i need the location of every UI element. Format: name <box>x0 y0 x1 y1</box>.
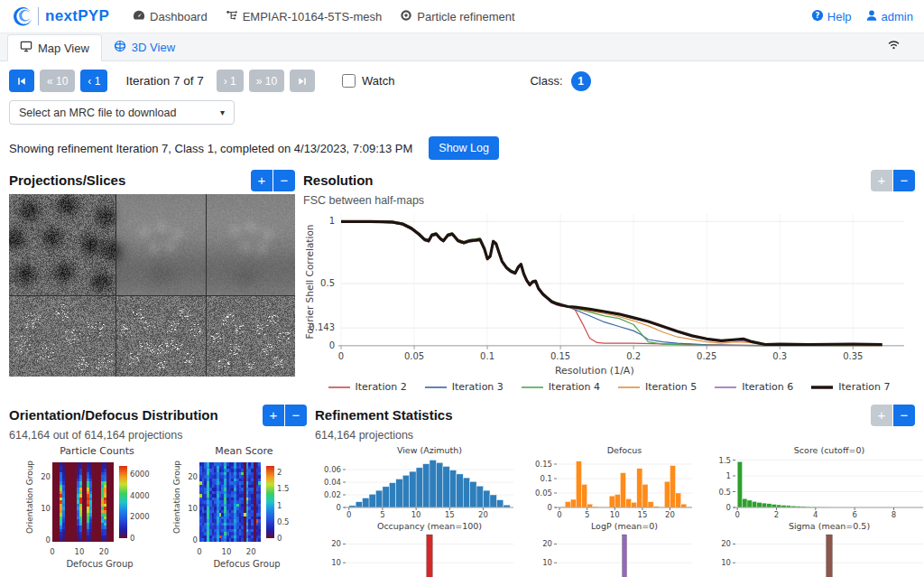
colorbar-tick: 6000 <box>130 470 150 479</box>
top-navbar: nextPYP Dashboard EMPIAR-10164-5TS-mesh … <box>0 0 924 33</box>
tab-3d-view[interactable]: 3D View <box>102 34 187 60</box>
x-tick: 10 <box>222 547 232 556</box>
resolution-shrink-button[interactable]: − <box>893 170 915 191</box>
statistics-enlarge-button[interactable]: + <box>871 405 892 426</box>
heatmap-ylabel: Orientation Group <box>25 470 34 534</box>
svg-text:0: 0 <box>337 503 341 512</box>
help-link[interactable]: ? Help <box>811 9 852 24</box>
svg-text:20: 20 <box>331 539 341 548</box>
user-label: admin <box>882 10 913 23</box>
nav-item-project[interactable]: EMPIAR-10164-5TS-mesh <box>226 9 383 24</box>
brand-name: nextPYP <box>45 7 109 25</box>
mean-score-heatmap: Mean ScoreOrientation Group0102000.511.5… <box>162 445 301 577</box>
svg-text:LogP (mean=0): LogP (mean=0) <box>591 521 658 531</box>
watch-toggle[interactable]: Watch <box>342 74 394 88</box>
svg-text:10: 10 <box>331 558 341 567</box>
svg-text:4: 4 <box>813 510 818 519</box>
distribution-enlarge-button[interactable]: + <box>263 405 284 426</box>
svg-text:0.15: 0.15 <box>550 351 570 361</box>
resolution-enlarge-button[interactable]: + <box>871 170 892 191</box>
show-log-button[interactable]: Show Log <box>429 136 499 160</box>
legend-swatch <box>522 385 543 390</box>
brand-divider <box>38 7 39 25</box>
legend-item: Iteration 2 <box>328 381 407 393</box>
colorbar-tick: 0.5 <box>277 517 290 526</box>
x-tick: 10 <box>75 547 85 556</box>
mrc-file-select[interactable]: Select an MRC file to download ▾ <box>9 100 235 125</box>
svg-text:0.3: 0.3 <box>772 351 787 361</box>
svg-text:Defocus: Defocus <box>607 445 642 455</box>
legend-item: Iteration 4 <box>522 381 600 393</box>
view-azimuth-histogram: 00.020.040.0605101520View (Azimuth) <box>315 445 521 519</box>
svg-text:0.35: 0.35 <box>843 351 863 361</box>
distribution-subtitle: 614,164 out of 614,164 projections <box>9 429 307 442</box>
svg-text:20: 20 <box>721 539 731 548</box>
nav-item-label: EMPIAR-10164-5TS-mesh <box>243 10 383 23</box>
heatmap-row: Particle CountsOrientation Group01020020… <box>9 445 307 577</box>
svg-text:20: 20 <box>478 510 488 519</box>
first-iteration-button[interactable] <box>9 70 34 92</box>
colorbar-tick: 2000 <box>130 512 150 521</box>
svg-text:0.2: 0.2 <box>626 351 641 361</box>
svg-text:1.5: 1.5 <box>718 456 731 465</box>
navbar-right: ? Help admin <box>811 9 913 24</box>
tab-map-view[interactable]: Map View <box>7 34 102 61</box>
legend-label: Iteration 4 <box>549 381 600 393</box>
live-status-icon[interactable] <box>887 39 901 52</box>
svg-text:Score (cutoff=0): Score (cutoff=0) <box>794 445 864 455</box>
forward-10-button[interactable]: » 10 <box>249 70 284 92</box>
statistics-subtitle: 614,164 projections <box>315 429 915 442</box>
distribution-shrink-button[interactable]: − <box>285 405 307 426</box>
project-nodes-icon <box>226 9 238 24</box>
heatmap-body: Orientation Group010200200040006000 <box>14 457 154 547</box>
svg-text:10: 10 <box>610 510 620 519</box>
svg-text:0.15: 0.15 <box>535 460 552 469</box>
fsc-subtitle: FSC between half-maps <box>303 194 915 207</box>
class-1-badge[interactable]: 1 <box>571 71 591 91</box>
dashboard-icon <box>133 9 145 24</box>
user-menu[interactable]: admin <box>865 9 913 24</box>
svg-text:10: 10 <box>542 558 552 567</box>
heatmap-xticks: 01020 <box>162 547 301 557</box>
projections-enlarge-button[interactable]: + <box>251 170 273 191</box>
distribution-title: Orientation/Defocus Distribution <box>9 407 218 423</box>
svg-text:Fourier Shell Correlation: Fourier Shell Correlation <box>304 225 315 340</box>
tab-3d-view-label: 3D View <box>132 41 175 54</box>
heatmap-xlabel: Defocus Group <box>14 559 154 569</box>
colorbar-tick: 2 <box>277 468 282 477</box>
svg-text:View (Azimuth): View (Azimuth) <box>397 445 462 455</box>
monitor-icon <box>20 41 32 55</box>
statistics-shrink-button[interactable]: − <box>893 405 915 426</box>
x-tick: 0 <box>50 547 54 556</box>
forward-1-button[interactable]: › 1 <box>217 70 244 92</box>
particle-counts-heatmap: Particle CountsOrientation Group01020020… <box>14 445 154 577</box>
svg-text:?: ? <box>815 11 819 20</box>
legend-swatch <box>328 385 350 390</box>
mrc-file-select-value: Select an MRC file to download <box>19 107 176 119</box>
legend-item: Iteration 7 <box>811 381 890 393</box>
status-text: Showing refinement Iteration 7, Class 1,… <box>9 142 412 155</box>
score-histogram: 00.511.502468Score (cutoff=0) <box>705 445 924 519</box>
nav-item-block[interactable]: Particle refinement <box>400 9 514 24</box>
svg-text:0.25: 0.25 <box>697 351 716 361</box>
back-10-button[interactable]: « 10 <box>40 70 75 92</box>
sigma-histogram: 0102000.51Sigma (mean=0.5) <box>705 521 924 577</box>
svg-text:0: 0 <box>338 351 344 361</box>
svg-text:15: 15 <box>637 510 647 519</box>
nav-item-dashboard[interactable]: Dashboard <box>133 9 208 24</box>
status-row: Showing refinement Iteration 7, Class 1,… <box>9 136 915 160</box>
fsc-chart: 00.1430.5100.050.10.150.20.250.30.35Reso… <box>303 207 915 377</box>
watch-checkbox[interactable] <box>342 74 356 88</box>
svg-text:1: 1 <box>329 216 335 226</box>
svg-text:0.5: 0.5 <box>718 488 731 497</box>
legend-label: Iteration 2 <box>356 381 407 393</box>
back-1-button[interactable]: ‹ 1 <box>80 70 107 92</box>
projections-slices-image[interactable] <box>9 194 295 377</box>
last-iteration-button[interactable] <box>290 70 315 92</box>
legend-label: Iteration 3 <box>452 381 504 393</box>
brand[interactable]: nextPYP <box>11 4 109 30</box>
projections-shrink-button[interactable]: − <box>273 170 295 191</box>
defocus-histogram: 00.050.10.1505101520Defocus <box>526 445 699 519</box>
svg-text:0.06: 0.06 <box>324 465 341 474</box>
svg-text:0: 0 <box>726 503 731 512</box>
